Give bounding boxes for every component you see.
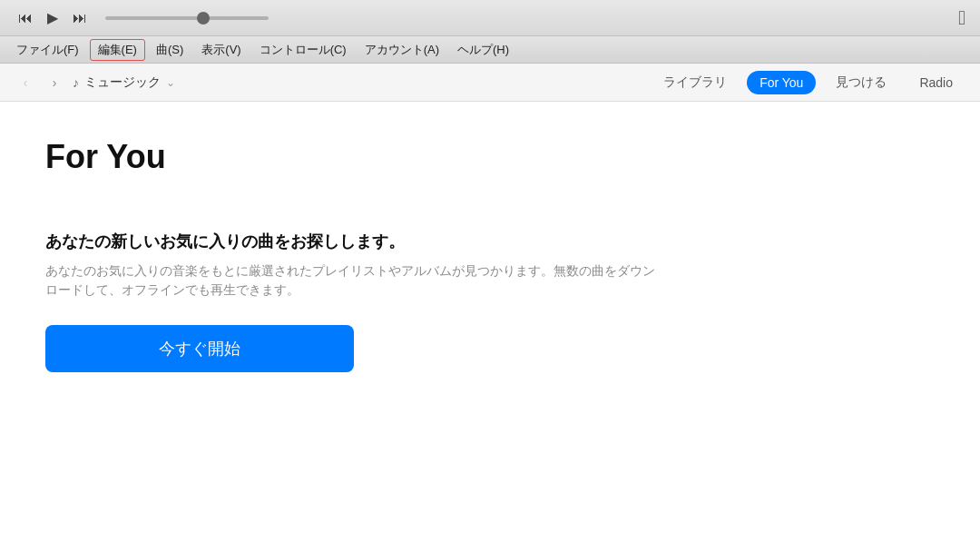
menu-item-help[interactable]: ヘルプ(H) <box>450 40 516 60</box>
section-heading: あなたの新しいお気に入りの曲をお探しします。 <box>45 231 681 252</box>
slider-thumb <box>197 12 210 25</box>
volume-slider[interactable] <box>105 16 269 20</box>
music-note-icon: ♪ <box>73 75 79 90</box>
back-button[interactable]: ‹ <box>15 72 36 94</box>
menu-item-view[interactable]: 表示(V) <box>194 40 248 60</box>
page-title: For You <box>45 138 935 176</box>
menu-item-account[interactable]: アカウント(A) <box>358 40 446 60</box>
section-description: あなたのお気に入りの音楽をもとに厳選されたプレイリストやアルバムが見つかります。… <box>45 261 662 300</box>
breadcrumb-text: ミュージック <box>84 74 161 91</box>
chevron-down-icon[interactable]: ⌄ <box>166 76 175 89</box>
menu-item-file[interactable]: ファイル(F) <box>9 40 86 60</box>
apple-logo-icon:  <box>958 6 965 30</box>
nav-tabs: ライブラリ For You 見つける Radio <box>651 70 965 95</box>
tab-discover[interactable]: 見つける <box>823 70 899 95</box>
menu-item-edit[interactable]: 編集(E) <box>90 39 145 61</box>
menu-bar: ファイル(F) 編集(E) 曲(S) 表示(V) コントロール(C) アカウント… <box>0 36 980 64</box>
slider-track <box>105 16 269 20</box>
rewind-button[interactable]: ⏮ <box>15 8 36 28</box>
breadcrumb: ♪ ミュージック ⌄ <box>73 74 175 91</box>
tab-library[interactable]: ライブラリ <box>651 70 740 95</box>
tab-radio[interactable]: Radio <box>906 71 965 94</box>
nav-left: ‹ › ♪ ミュージック ⌄ <box>15 72 175 94</box>
tab-for-you[interactable]: For You <box>747 71 816 94</box>
forward-button[interactable]: › <box>44 72 65 94</box>
fastforward-button[interactable]: ⏭ <box>69 8 91 28</box>
title-bar-right:  <box>958 6 965 30</box>
play-button[interactable]: ▶ <box>44 7 62 28</box>
main-content: For You あなたの新しいお気に入りの曲をお探しします。 あなたのお気に入り… <box>0 102 980 552</box>
start-now-button[interactable]: 今すぐ開始 <box>45 325 354 372</box>
content-section: あなたの新しいお気に入りの曲をお探しします。 あなたのお気に入りの音楽をもとに厳… <box>45 231 681 372</box>
menu-item-controls[interactable]: コントロール(C) <box>252 40 354 60</box>
title-bar-left: ⏮ ▶ ⏭ <box>15 7 269 28</box>
nav-bar: ‹ › ♪ ミュージック ⌄ ライブラリ For You 見つける Radio <box>0 64 980 102</box>
menu-item-song[interactable]: 曲(S) <box>149 40 191 60</box>
title-bar: ⏮ ▶ ⏭  <box>0 0 980 36</box>
